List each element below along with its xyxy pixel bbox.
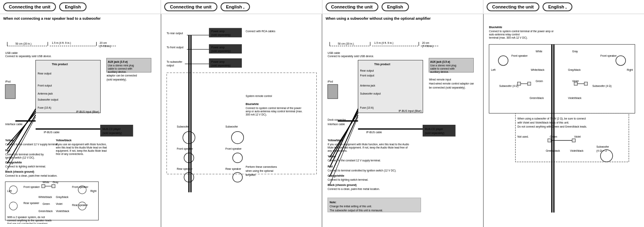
svg-point-108 (231, 132, 244, 144)
svg-point-191 (616, 56, 625, 66)
svg-text:Green/black: Green/black (545, 149, 560, 152)
header-section-2: Connecting the unit English , (161, 0, 322, 14)
svg-text:With a 2 speaker system, do no: With a 2 speaker system, do not (7, 216, 45, 219)
svg-text:cable to connect with: cable to connect with (108, 67, 132, 70)
panel-1-diagram: 50 cm (20 in.) 1.5 m (4 ft. 9 in.) 20 cm… (3, 22, 157, 224)
svg-text:To front output: To front output (167, 46, 184, 49)
svg-text:To rear output: To rear output (167, 32, 183, 35)
main-content: When not connecting a rear speaker lead … (0, 14, 644, 227)
svg-text:USB cable: USB cable (328, 52, 340, 54)
svg-text:Yellow/black: Yellow/black (56, 139, 72, 142)
svg-text:IP-BUS input (Blue): IP-BUS input (Blue) (398, 109, 421, 113)
header-english-2: English , (221, 2, 250, 11)
svg-text:amplifier.: amplifier. (246, 173, 256, 177)
svg-text:Connect to system control term: Connect to system control terminal of th… (246, 107, 301, 110)
svg-text:Right: Right (627, 68, 633, 72)
svg-text:Violet: Violet (574, 135, 580, 138)
svg-text:free of any connections.: free of any connections. (56, 153, 84, 156)
svg-text:iPod: iPod (328, 80, 333, 83)
panel-2-diagram: To rear output Power amp (sold separatel… (165, 17, 319, 218)
svg-text:(sold separately).: (sold separately). (107, 78, 127, 81)
svg-text:Fuse (10 A): Fuse (10 A) (360, 106, 374, 109)
svg-text:auto-antenna relay control: auto-antenna relay control (489, 33, 520, 36)
svg-text:Use a stereo mini plug: Use a stereo mini plug (108, 64, 134, 67)
panel-2: To rear output Power amp (sold separatel… (161, 14, 323, 227)
svg-rect-208 (515, 113, 629, 162)
svg-text:(sold separately): (sold separately) (103, 132, 122, 135)
svg-text:Front speaker: Front speaker (511, 54, 528, 58)
svg-text:auxiliary device.: auxiliary device. (108, 70, 127, 74)
svg-text:Not used.: Not used. (517, 135, 528, 138)
svg-text:Blue/white: Blue/white (246, 103, 259, 105)
svg-text:Subwoofer output: Subwoofer output (360, 92, 381, 95)
svg-text:Rear speaker: Rear speaker (72, 204, 88, 207)
header-title-4: Connecting the unit (487, 2, 539, 11)
svg-text:Subwoofer (4 Ω): Subwoofer (4 Ω) (592, 85, 611, 88)
svg-text:(sold separately): (sold separately) (425, 132, 444, 135)
svg-text:Connect to terminal controlled: Connect to terminal controlled by (5, 153, 44, 156)
svg-text:Subwoofer: Subwoofer (596, 145, 609, 148)
svg-rect-215 (547, 139, 551, 142)
svg-text:Connect to separately sold USB: Connect to separately sold USB device. (328, 55, 374, 58)
svg-text:Interface cable: Interface cable (5, 123, 23, 126)
svg-text:Blue/white: Blue/white (489, 26, 502, 29)
svg-text:Subwoofer: Subwoofer (225, 125, 238, 128)
panel-4-svg: Blue/white Connect to system control ter… (487, 17, 641, 218)
svg-text:50 cm (20 in.): 50 cm (20 in.) (15, 42, 31, 45)
svg-text:20 cm: 20 cm (422, 41, 429, 44)
svg-text:connect anything to the speake: connect anything to the speaker leads (7, 219, 52, 222)
svg-rect-56 (42, 185, 45, 188)
svg-text:Connect to system control term: Connect to system control terminal of th… (489, 30, 554, 33)
svg-text:be connected (sold separately): be connected (sold separately). (429, 86, 466, 89)
svg-text:Front speaker: Front speaker (23, 186, 40, 189)
svg-text:White: White (535, 50, 542, 53)
svg-text:Connect to terminal controlled: Connect to terminal controlled by igniti… (328, 169, 396, 172)
svg-text:(sold separately): (sold separately) (211, 33, 230, 37)
svg-text:(sold separately): (sold separately) (211, 50, 230, 53)
svg-line-77 (7, 113, 35, 145)
svg-text:Fuse (10 A): Fuse (10 A) (38, 106, 52, 109)
panel-3: When using a subwoofer without using the… (322, 14, 484, 227)
svg-text:Rear output: Rear output (360, 69, 374, 72)
svg-text:Change the initial setting of : Change the initial setting of this unit. (330, 205, 372, 208)
svg-text:Front output: Front output (38, 84, 52, 87)
panel-2-svg: To rear output Power amp (sold separatel… (165, 17, 319, 218)
svg-text:Violet: Violet (56, 202, 62, 205)
svg-text:Power amp: Power amp (211, 60, 224, 64)
svg-line-79 (7, 109, 35, 153)
svg-text:IP-BUS cable: IP-BUS cable (366, 131, 382, 134)
svg-text:White/black: White/black (39, 196, 52, 198)
panel-1-subtitle: When not connecting a rear speaker lead … (3, 17, 157, 21)
svg-text:Antenna jack: Antenna jack (38, 92, 53, 95)
svg-point-112 (233, 153, 242, 163)
svg-text:wire this lead to the Audio Mu: wire this lead to the Audio Mute lead on… (56, 146, 107, 149)
svg-text:300 mA 12 V DC).: 300 mA 12 V DC). (246, 113, 267, 116)
svg-text:Note:: Note: (330, 201, 336, 204)
svg-text:If you use an equipment with M: If you use an equipment with Mute functi… (56, 143, 107, 146)
panel-4-diagram: Blue/white Connect to system control ter… (487, 17, 641, 218)
svg-text:Green/black: Green/black (529, 97, 544, 99)
header-title-2: Connecting the unit (164, 2, 217, 11)
svg-text:Wired remote input: Wired remote input (429, 78, 451, 81)
svg-text:Hard-wired remote control adap: Hard-wired remote control adaptor can (429, 82, 474, 85)
svg-rect-13 (5, 85, 15, 99)
svg-text:Multi-CD player: Multi-CD player (103, 128, 121, 131)
svg-text:Subwoofer: Subwoofer (177, 125, 190, 128)
svg-text:Rear speaker: Rear speaker (23, 202, 39, 205)
svg-text:Violet/black: Violet/black (56, 210, 70, 213)
svg-text:Connect to a clean, paint-free: Connect to a clean, paint-free metal loc… (5, 174, 58, 177)
svg-text:Multi-CD player: Multi-CD player (425, 128, 444, 131)
panel-3-subtitle: When using a subwoofer without using the… (326, 17, 480, 21)
svg-text:USB cable: USB cable (5, 52, 18, 54)
svg-text:Black (chassis ground): Black (chassis ground) (328, 184, 357, 187)
svg-text:Front speaker: Front speaker (72, 186, 89, 189)
svg-point-70 (9, 202, 17, 210)
svg-text:Rear output: Rear output (38, 72, 52, 75)
svg-text:50 cm (20 in.): 50 cm (20 in.) (338, 42, 354, 45)
svg-text:1.5 m (4 ft. 9 in.): 1.5 m (4 ft. 9 in.) (374, 41, 394, 45)
svg-text:Gray: Gray (572, 50, 578, 53)
svg-rect-216 (572, 139, 575, 142)
svg-rect-156 (423, 125, 456, 136)
svg-text:Antenna jack: Antenna jack (360, 84, 376, 87)
svg-rect-203 (574, 82, 577, 85)
